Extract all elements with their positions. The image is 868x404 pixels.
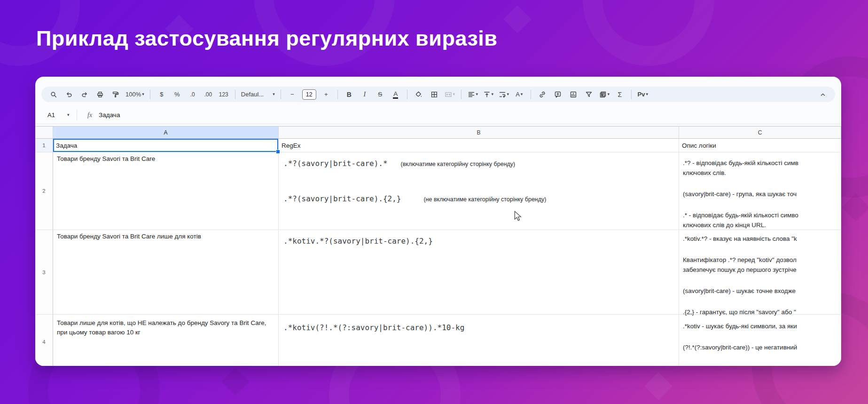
undo-icon (65, 91, 73, 98)
filter-views-button[interactable]: ▾ (599, 89, 610, 100)
regex-line: .*?(savory|brit-care).*(включатиме катег… (283, 159, 675, 168)
more-formats-button[interactable]: 123 (218, 89, 229, 100)
italic-button[interactable]: I (359, 89, 370, 100)
background-pattern (644, 372, 672, 400)
regex-note: (включатиме категорійну сторінку бренду) (401, 161, 516, 167)
zoom-value: 100% (125, 91, 141, 98)
merge-cells-button[interactable]: ▾ (444, 89, 455, 100)
cell-b4[interactable]: .*kotiv(?!.*(?:savory|brit-care)).*10-kg (279, 315, 679, 366)
row-header-1[interactable]: 1 (35, 139, 53, 152)
column-header-a[interactable]: A (53, 127, 279, 139)
insert-comment-icon (554, 91, 562, 98)
toolbar-divider (281, 90, 281, 99)
bold-button[interactable]: B (344, 89, 355, 100)
description-paragraph: .* - відповідає будь-якій кількості симв… (683, 210, 841, 230)
regex-code: .*?(savory|brit-care).* (283, 159, 388, 168)
pivot-button[interactable]: Pv ▾ (637, 89, 649, 100)
row-header-4[interactable]: 4 (35, 315, 53, 366)
percent-label: % (174, 91, 180, 98)
text-color-label: A (393, 90, 398, 98)
fill-color-button[interactable] (413, 89, 424, 100)
name-box[interactable]: A1 ▾ (35, 111, 77, 119)
filter-views-icon (599, 91, 607, 98)
slide-background: Приклад застосування регулярних виразів … (0, 0, 868, 404)
corner-select-all[interactable] (35, 127, 53, 139)
cell-a4[interactable]: Товари лише для котів, що НЕ належать до… (53, 315, 279, 366)
cell-b1[interactable]: RegEx (279, 139, 679, 152)
currency-label: $ (160, 91, 163, 98)
description-line: забезпечує пошук до першого зустріче (683, 266, 797, 273)
vertical-align-icon (483, 91, 491, 98)
font-size-input[interactable]: 12 (302, 89, 316, 100)
background-pattern (583, 0, 714, 66)
cell-c3[interactable]: .*kotiv.*? - вказує на наявність слова "… (679, 230, 841, 315)
borders-icon (430, 91, 438, 98)
font-name: Defaul... (241, 91, 264, 98)
zoom-select[interactable]: 100% ▾ (125, 89, 144, 100)
collapse-toolbar-button[interactable] (817, 89, 829, 100)
description-line: (savory|brit-care) - шукає точне входже (683, 287, 796, 294)
row-header-3[interactable]: 3 (35, 230, 53, 315)
paint-format-icon (112, 91, 119, 98)
cell-a3[interactable]: Товари бренду Savori та Brit Care лише д… (53, 230, 279, 315)
increase-font-size-button[interactable]: + (321, 89, 332, 100)
borders-button[interactable] (429, 89, 440, 100)
increase-decimal-button[interactable]: .00 (203, 89, 214, 100)
toolbar-divider (631, 90, 632, 99)
toolbar-divider (337, 90, 338, 99)
toolbar-divider (531, 90, 531, 99)
toolbar-divider (150, 90, 150, 99)
search-button[interactable] (48, 89, 59, 100)
formula-input[interactable]: Задача (99, 111, 120, 119)
merge-dropdown-icon: ▾ (453, 92, 455, 96)
horizontal-align-button[interactable]: ▾ (467, 89, 478, 100)
vertical-align-dropdown-icon: ▾ (492, 92, 494, 96)
paint-format-button[interactable] (110, 89, 121, 100)
spreadsheet-window: 100% ▾ $ % .0 .00 123 Defaul... ▾ − 12 +… (35, 77, 841, 366)
font-select[interactable]: Defaul... ▾ (241, 89, 275, 100)
text-rotation-button[interactable]: A ▾ (514, 89, 525, 100)
strikethrough-button[interactable]: S (375, 89, 386, 100)
functions-button[interactable]: Σ (614, 89, 626, 100)
format-currency-button[interactable]: $ (156, 89, 167, 100)
row-header-2[interactable]: 2 (35, 152, 53, 230)
insert-chart-icon (570, 91, 577, 98)
cell-c1[interactable]: Опис логіки (679, 139, 841, 152)
description-paragraph: .*? - відповідає будь-якій кількості сим… (683, 158, 841, 178)
column-header-b[interactable]: B (279, 127, 679, 139)
mouse-cursor-icon (514, 211, 522, 222)
text-color-button[interactable]: A (390, 89, 401, 100)
print-button[interactable] (94, 89, 106, 100)
redo-button[interactable] (79, 89, 90, 100)
description-line: .*kotiv - шукає будь-які символи, за яки (683, 323, 797, 330)
text-wrap-button[interactable]: ▾ (498, 89, 509, 100)
cell-b3[interactable]: .*kotiv.*?(savory|brit-care).{2,} (279, 230, 679, 315)
insert-link-button[interactable] (537, 89, 548, 100)
description-paragraph: Квантифікатор .*? перед "kotiv" дозволза… (683, 255, 841, 275)
cell-a1[interactable]: Задача (53, 139, 279, 152)
strikethrough-label: S (378, 91, 382, 98)
vertical-align-button[interactable]: ▾ (483, 89, 494, 100)
create-filter-button[interactable] (583, 89, 594, 100)
background-pattern (842, 193, 868, 221)
undo-button[interactable] (63, 89, 75, 100)
decrease-font-size-button[interactable]: − (287, 89, 298, 100)
insert-chart-button[interactable] (568, 89, 579, 100)
bold-label: B (347, 91, 352, 98)
column-header-c[interactable]: C (679, 127, 841, 139)
sheets-toolbar: 100% ▾ $ % .0 .00 123 Defaul... ▾ − 12 +… (41, 87, 835, 102)
active-cell-ref: A1 (47, 111, 55, 119)
cell-a2[interactable]: Товари бренду Savori та Brit Care (53, 152, 279, 230)
description-paragraph: (savory|brit-care) - група, яка шукає то… (683, 189, 841, 199)
format-percent-button[interactable]: % (172, 89, 183, 100)
search-icon (50, 91, 57, 98)
page-title: Приклад застосування регулярних виразів (36, 26, 498, 51)
decrease-decimal-button[interactable]: .0 (187, 89, 198, 100)
cell-b2[interactable]: .*?(savory|brit-care).*(включатиме катег… (279, 152, 679, 230)
cell-c2[interactable]: .*? - відповідає будь-якій кількості сим… (679, 152, 841, 230)
cell-a1-value: Задача (56, 142, 77, 149)
plus-label: + (324, 91, 328, 98)
insert-comment-button[interactable] (552, 89, 563, 100)
text-rotation-label: A (516, 91, 520, 98)
cell-c4[interactable]: .*kotiv - шукає будь-які символи, за яки… (679, 315, 841, 366)
